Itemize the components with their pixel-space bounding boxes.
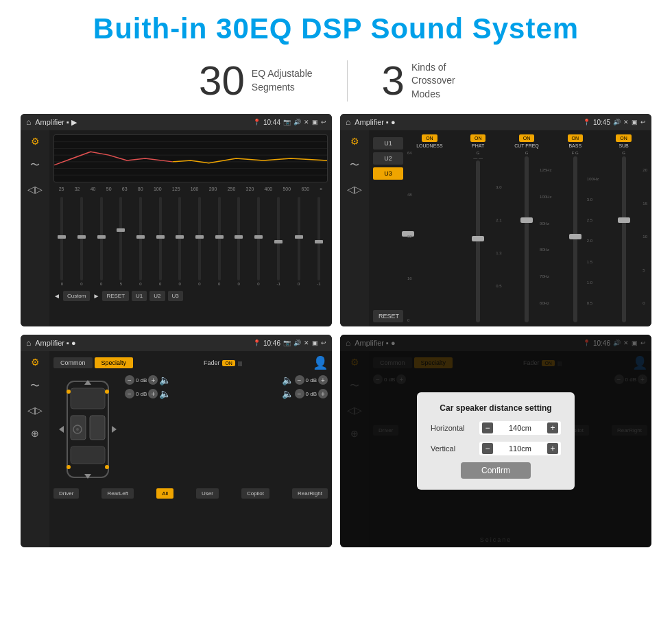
tl-plus-btn[interactable]: +	[148, 375, 158, 385]
stats-row: 30 EQ AdjustableSegments 3 Kinds ofCross…	[0, 52, 672, 114]
br-minus-btn[interactable]: −	[295, 389, 304, 398]
eq-sidebar-icon3[interactable]: ◁▷	[27, 184, 43, 195]
tr-plus-btn[interactable]: +	[318, 375, 328, 385]
crossover-content: ⚙ 〜 ◁▷ U1 U2 U3 RESET	[340, 130, 651, 326]
eq-slider-2[interactable]: 0	[80, 195, 83, 286]
vertical-plus-btn[interactable]: +	[547, 443, 558, 454]
vertical-value: 110cm	[496, 444, 544, 453]
car-diagram-area	[53, 374, 122, 484]
eq-slider-13[interactable]: 0	[298, 195, 300, 286]
cutfreq-on-btn[interactable]: ON	[519, 134, 535, 142]
user-btn[interactable]: User	[196, 488, 219, 499]
cr-sidebar-icon2[interactable]: 〜	[350, 159, 359, 171]
tab-common-btn[interactable]: Common	[53, 357, 93, 368]
loudness-label: LOUDNESS	[416, 143, 443, 148]
svg-point-12	[76, 428, 79, 431]
fader-on-badge: ON	[222, 360, 235, 366]
crossover-u2-btn[interactable]: U2	[373, 152, 403, 165]
sub-slider[interactable]	[622, 156, 626, 322]
bass-slider[interactable]	[573, 156, 577, 322]
eq-slider-4[interactable]: 5	[119, 195, 122, 286]
specialty-tabs: Common Specialty	[53, 357, 133, 368]
confirm-button[interactable]: Confirm	[461, 462, 531, 479]
cr-sidebar-icon3[interactable]: ◁▷	[347, 184, 362, 195]
sp-sidebar-icon3[interactable]: ◁▷	[27, 405, 43, 416]
eq-slider-8[interactable]: 0	[198, 195, 201, 286]
eq-topbar: ⌂ Amplifier ▪ ▶ 📍 10:44 📷 🔊 ✕ ▣ ↩	[21, 114, 332, 130]
eq-slider-7[interactable]: 0	[178, 195, 181, 286]
stat-crossover: 3 Kinds ofCrossover Modes	[348, 60, 507, 102]
ch-sub: ON SUB G 20151050	[600, 134, 647, 322]
eq-u2-btn[interactable]: U2	[149, 291, 165, 301]
eq-custom-btn[interactable]: Custom	[63, 291, 91, 301]
bl-plus-btn[interactable]: +	[148, 389, 158, 398]
bass-on-btn[interactable]: ON	[568, 134, 584, 142]
bl-minus-btn[interactable]: −	[125, 389, 134, 398]
rearright-btn[interactable]: RearRight	[292, 488, 328, 499]
eq-slider-14[interactable]: -1	[317, 195, 320, 286]
specialty-sidebar: ⚙ 〜 ◁▷ ⊕	[21, 351, 49, 547]
eq-slider-12[interactable]: -1	[277, 195, 280, 286]
sp-vol-icon: 🔊	[293, 339, 301, 346]
sub-label: SUB	[619, 143, 628, 148]
eq-slider-9[interactable]: 0	[218, 195, 221, 286]
eq-slider-1[interactable]: 0	[60, 195, 63, 286]
eq-u1-btn[interactable]: U1	[132, 291, 147, 301]
eq-prev-icon[interactable]: ◄	[53, 292, 60, 300]
rearleft-btn[interactable]: RearLeft	[101, 488, 134, 499]
vertical-minus-btn[interactable]: −	[482, 443, 493, 454]
vertical-control: − 110cm +	[479, 442, 561, 455]
cr-sidebar-icon1[interactable]: ⚙	[350, 136, 359, 147]
eq-sidebar-icon1[interactable]: ⚙	[31, 136, 40, 147]
copilot-btn[interactable]: Copilot	[241, 488, 269, 499]
tr-minus-btn[interactable]: −	[295, 375, 304, 385]
eq-freq-labels: 25 32 40 50 63 80 100 125 160 200 250 32…	[53, 185, 328, 193]
phat-slider[interactable]	[476, 160, 480, 322]
driver-btn[interactable]: Driver	[53, 488, 79, 499]
fader-control: Fader ON |||	[204, 359, 242, 366]
tab-specialty-btn[interactable]: Specialty	[95, 357, 134, 368]
eq-slider-5[interactable]: 0	[139, 195, 142, 286]
eq-topbar-icons: 📍 10:44 📷 🔊 ✕ ▣ ↩	[253, 119, 326, 126]
speaker-distance-dialog: Car speaker distance setting Horizontal …	[417, 392, 575, 490]
bl-speaker-icon: 🔈	[159, 388, 171, 399]
loudness-on-btn[interactable]: ON	[422, 134, 437, 142]
crossover-reset-btn[interactable]: RESET	[373, 310, 403, 322]
specialty-main: Common Specialty Fader ON ||| 👤 − 0	[49, 351, 332, 547]
tl-minus-btn[interactable]: −	[125, 375, 134, 385]
horizontal-plus-btn[interactable]: +	[547, 422, 558, 433]
stat-crossover-label: Kinds ofCrossover Modes	[411, 61, 473, 102]
br-plus-btn[interactable]: +	[318, 389, 328, 398]
sp-sidebar-icon1[interactable]: ⚙	[31, 357, 40, 368]
ch-cutfreq: ON CUT FREQ G 125Hz100Hz90Hz80Hz70Hz60Hz	[503, 134, 551, 322]
fader-label: Fader	[204, 359, 220, 366]
sp-sidebar-icon4[interactable]: ⊕	[31, 428, 39, 439]
eq-slider-10[interactable]: 0	[237, 195, 240, 286]
cutfreq-slider[interactable]	[525, 156, 529, 322]
x-icon: ✕	[304, 119, 309, 126]
specialty-screen-content: ⚙ 〜 ◁▷ ⊕ Common Specialty Fader ON |||	[21, 351, 332, 547]
phat-on-btn[interactable]: ON	[470, 134, 486, 142]
camera-icon: 📷	[283, 119, 291, 126]
back-icon: ↩	[321, 119, 326, 126]
horizontal-label: Horizontal	[431, 424, 475, 432]
crossover-u1-btn[interactable]: U1	[373, 137, 403, 150]
crossover-u3-btn[interactable]: U3	[373, 167, 403, 180]
eq-sidebar-icon2[interactable]: 〜	[30, 159, 40, 171]
eq-slider-11[interactable]: 0	[257, 195, 260, 286]
sp-sidebar-icon2[interactable]: 〜	[30, 380, 40, 392]
eq-slider-6[interactable]: 0	[159, 195, 162, 286]
eq-next-icon[interactable]: ►	[93, 292, 99, 300]
sp-back-icon: ↩	[321, 339, 326, 346]
horizontal-minus-btn[interactable]: −	[482, 422, 493, 433]
sub-on-btn[interactable]: ON	[616, 134, 632, 142]
page-title: Buith-in 30EQ DSP Sound System	[0, 12, 672, 45]
eq-slider-3[interactable]: 0	[100, 195, 103, 286]
eq-reset-btn[interactable]: RESET	[102, 291, 129, 301]
specialty-top-row: Common Specialty Fader ON ||| 👤	[53, 355, 328, 370]
all-btn[interactable]: All	[156, 488, 173, 499]
crossover-sidebar: ⚙ 〜 ◁▷	[340, 130, 369, 326]
user-profile-icon[interactable]: 👤	[313, 355, 328, 370]
screen-icon: ▣	[312, 119, 318, 126]
eq-u3-btn[interactable]: U3	[168, 291, 183, 301]
